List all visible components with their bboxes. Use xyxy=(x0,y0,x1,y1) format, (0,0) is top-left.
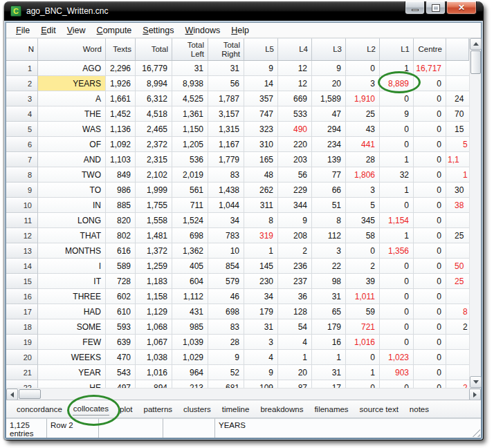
table-row[interactable]: 21YEAR5431,016964529203119030 xyxy=(6,365,469,380)
menu-edit[interactable]: Edit xyxy=(35,24,62,37)
minimize-button[interactable] xyxy=(405,1,425,15)
row-number[interactable]: 9 xyxy=(6,183,38,198)
row-number[interactable]: 19 xyxy=(6,335,38,350)
table-row[interactable]: 2YEARS1,9268,9948,9385614122038,8890 xyxy=(6,76,469,91)
row-number[interactable]: 11 xyxy=(6,213,38,228)
column-header-l5[interactable]: L5 xyxy=(244,38,278,61)
row-number[interactable]: 3 xyxy=(6,91,38,106)
row-number[interactable]: 16 xyxy=(6,289,38,304)
row-number[interactable]: 22 xyxy=(6,380,38,388)
column-header-total-right[interactable]: Total Right xyxy=(208,38,244,61)
table-row[interactable]: 9TO9861,9995611,4382622296631030 xyxy=(6,183,469,198)
row-number[interactable]: 12 xyxy=(6,228,38,243)
table-row[interactable]: 19FEW6391,0671,0392834161,01600 xyxy=(6,335,469,350)
value-cell: 109 xyxy=(244,380,278,388)
row-number[interactable]: 1 xyxy=(6,61,38,76)
menu-file[interactable]: File xyxy=(10,24,35,37)
status-cell-5: YEARS xyxy=(215,418,481,438)
word-cell: WEEKS xyxy=(38,350,106,365)
row-number[interactable]: 8 xyxy=(6,167,38,183)
row-number[interactable]: 14 xyxy=(6,259,38,274)
row-number[interactable]: 7 xyxy=(6,152,38,167)
menu-view[interactable]: View xyxy=(62,24,91,37)
menu-help[interactable]: Help xyxy=(226,24,255,37)
scroll-down-button[interactable] xyxy=(470,376,482,388)
table-row[interactable]: 22HE49789421368110987170002 xyxy=(6,380,469,388)
value-cell: 83 xyxy=(208,167,244,183)
scroll-right-button[interactable] xyxy=(469,389,481,400)
row-number[interactable]: 13 xyxy=(6,243,38,259)
column-header-l4[interactable]: L4 xyxy=(278,38,312,61)
close-button[interactable]: ✕ xyxy=(446,1,477,15)
row-number[interactable]: 2 xyxy=(6,76,38,91)
row-number[interactable]: 5 xyxy=(6,122,38,137)
value-cell: 1,315 xyxy=(208,122,244,137)
menu-settings[interactable]: Settings xyxy=(137,24,179,37)
table-row[interactable]: 17HAD6101,1294316981791286559008 xyxy=(6,304,469,319)
maximize-button[interactable] xyxy=(426,1,446,15)
column-header-l1[interactable]: L1 xyxy=(380,38,414,61)
table-row[interactable]: 14I5891,2594058541452362220050 xyxy=(6,259,469,274)
vertical-scrollbar[interactable] xyxy=(469,38,481,388)
column-header-word[interactable]: Word xyxy=(38,38,106,61)
tab-filenames[interactable]: filenames xyxy=(313,403,349,416)
column-header-total-left[interactable]: Total Left xyxy=(172,38,208,61)
vertical-scroll-thumb[interactable] xyxy=(470,50,481,74)
row-number[interactable]: 15 xyxy=(6,274,38,289)
table-row[interactable]: 15IT7281,18360457923023798390025 xyxy=(6,274,469,289)
value-cell: 1,016 xyxy=(346,335,380,350)
menu-windows[interactable]: Windows xyxy=(180,24,226,37)
column-header-n[interactable]: N xyxy=(6,38,38,61)
value-cell: 1,112 xyxy=(172,289,208,304)
column-header-centre[interactable]: Centre xyxy=(414,38,446,61)
table-row[interactable]: 7AND1,1032,3155361,77916520313928101,1 xyxy=(6,152,469,167)
table-row[interactable]: 5WAS1,1362,4651,1501,315323490294430015 xyxy=(6,122,469,137)
column-header-r1[interactable] xyxy=(446,38,469,61)
column-header-texts[interactable]: Texts xyxy=(106,38,136,61)
tab-breakdowns[interactable]: breakdowns xyxy=(259,403,304,416)
value-cell: 65 xyxy=(312,304,346,319)
clipped-value-cell: 1,1 xyxy=(446,152,469,167)
scroll-up-button[interactable] xyxy=(470,38,482,50)
menu-compute[interactable]: Compute xyxy=(91,24,138,37)
table-row[interactable]: 8TWO8492,1022,019834856771,8063201 xyxy=(6,167,469,183)
table-row[interactable]: 4THE1,4524,5181,3613,15774753347259070 xyxy=(6,106,469,122)
tab-concordance[interactable]: concordance xyxy=(16,403,63,416)
value-cell: 0 xyxy=(414,137,446,152)
horizontal-scrollbar[interactable] xyxy=(6,388,481,400)
table-row[interactable]: 16THREE6021,1581,112463436311,01100 xyxy=(6,289,469,304)
row-number[interactable]: 10 xyxy=(6,198,38,213)
table-row[interactable]: 18SOME5931,068985833154179721002 xyxy=(6,319,469,335)
table-row[interactable]: 11LONG8201,5581,524348983451,1540 xyxy=(6,213,469,228)
value-cell: 10 xyxy=(208,243,244,259)
row-number[interactable]: 21 xyxy=(6,365,38,380)
arrow-left-icon xyxy=(8,392,14,398)
row-number[interactable]: 18 xyxy=(6,319,38,335)
value-cell: 203 xyxy=(278,152,312,167)
scroll-left-button[interactable] xyxy=(6,389,18,400)
column-header-l2[interactable]: L2 xyxy=(346,38,380,61)
tab-patterns[interactable]: patterns xyxy=(143,403,174,416)
table-row[interactable]: 20WEEKS4701,0381,029941101,0230 xyxy=(6,350,469,365)
table-row[interactable]: 1AGO2,29616,779313191290116,717 xyxy=(6,61,469,76)
table-row[interactable]: 10IN8851,7557111,0443113445150038 xyxy=(6,198,469,213)
tab-clusters[interactable]: clusters xyxy=(183,403,212,416)
value-cell: 1,787 xyxy=(208,91,244,106)
column-header-total[interactable]: Total xyxy=(136,38,172,61)
column-header-l3[interactable]: L3 xyxy=(312,38,346,61)
tab-source-text[interactable]: source text xyxy=(359,403,399,416)
tab-collocates[interactable]: collocates xyxy=(73,402,109,416)
row-number[interactable]: 6 xyxy=(6,137,38,152)
table-row[interactable]: 3A1,6616,3124,5251,7873576691,5891,91000… xyxy=(6,91,469,106)
horizontal-scroll-thumb[interactable] xyxy=(19,389,41,399)
row-number[interactable]: 17 xyxy=(6,304,38,319)
value-cell: 0 xyxy=(414,167,446,183)
row-number[interactable]: 4 xyxy=(6,106,38,122)
table-row[interactable]: 13MONTHS6161,3721,3621012301,3560 xyxy=(6,243,469,259)
tab-notes[interactable]: notes xyxy=(409,403,430,416)
tab-plot[interactable]: plot xyxy=(119,403,134,416)
table-row[interactable]: 6OF1,0922,3721,2051,167310220234441005 xyxy=(6,137,469,152)
tab-timeline[interactable]: timeline xyxy=(221,403,250,416)
table-row[interactable]: 12THAT8021,481698783319208112581025 xyxy=(6,228,469,243)
row-number[interactable]: 20 xyxy=(6,350,38,365)
